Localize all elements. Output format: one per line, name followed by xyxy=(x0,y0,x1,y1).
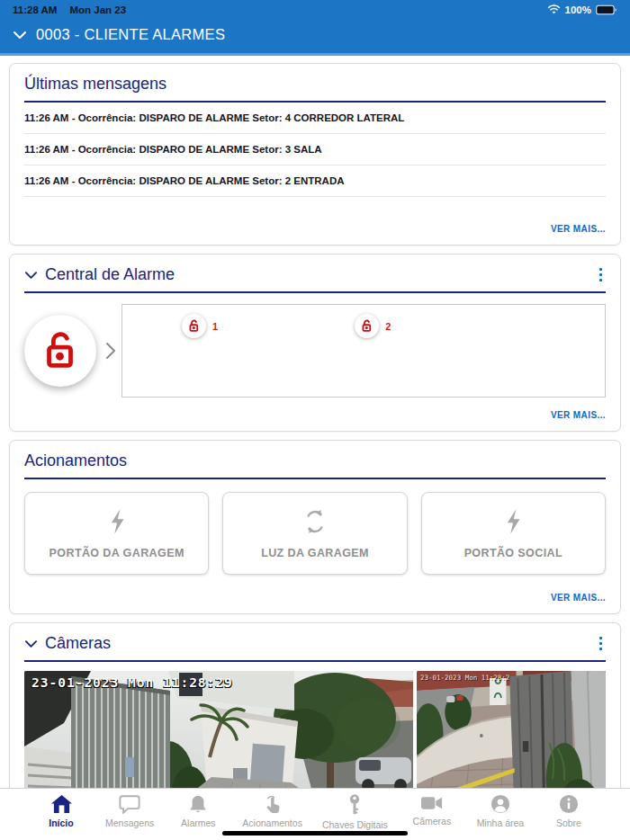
alarm-zone-2[interactable]: 2 xyxy=(355,314,391,338)
battery-icon xyxy=(596,4,617,15)
messages-card-header: Últimas mensagens xyxy=(24,75,606,103)
central-alarm-title: Central de Alarme xyxy=(45,265,589,284)
info-circle-icon xyxy=(559,794,579,814)
tab-chaves-digitais[interactable]: Chaves Digitais xyxy=(322,794,388,830)
alarm-zones-panel: 1 2 xyxy=(122,304,606,398)
action-button-portao-social[interactable]: PORTÃO SOCIAL xyxy=(421,492,606,575)
camera-feed-2[interactable]: 23-01-2023 Mon 11:28:2 Balcao Arruda - N… xyxy=(417,671,606,788)
content-area: Últimas mensagens 11:26 AM - Ocorrência:… xyxy=(0,56,630,788)
tab-acionamentos[interactable]: Acionamentos xyxy=(242,794,302,828)
app-header: 0003 - CLIENTE ALARMES xyxy=(0,20,630,53)
central-alarm-menu-icon[interactable] xyxy=(596,266,607,284)
tab-sobre[interactable]: Sobre xyxy=(544,794,593,828)
actions-card-header: Acionamentos xyxy=(24,451,606,479)
tab-mensagens[interactable]: Mensagens xyxy=(105,794,154,828)
action-label: LUZ DA GARAGEM xyxy=(261,547,369,559)
status-left: 11:28 AM Mon Jan 23 xyxy=(13,4,126,15)
header-chevron-down-icon[interactable] xyxy=(13,31,27,40)
tab-label: Alarmes xyxy=(181,818,216,828)
action-label: PORTÃO DA GARAGEM xyxy=(50,547,184,559)
status-time: 11:28 AM xyxy=(13,4,57,15)
actions-card-title: Acionamentos xyxy=(24,451,606,470)
cameras-collapse-chevron-icon[interactable] xyxy=(24,639,38,648)
camera-timestamp-overlay: 23-01-2023 Mon 11:28:2 xyxy=(420,674,509,682)
action-label: PORTÃO SOCIAL xyxy=(464,547,562,559)
actions-card: Acionamentos PORTÃO DA GARAGEM xyxy=(9,440,621,614)
zone-number: 2 xyxy=(385,321,391,332)
action-button-luz-garagem[interactable]: LUZ DA GARAGEM xyxy=(222,492,407,575)
lightning-icon xyxy=(501,508,525,535)
video-camera-icon xyxy=(420,794,443,812)
cameras-menu-icon[interactable] xyxy=(596,635,607,653)
actions-see-more-link[interactable]: VER MAIS... xyxy=(24,589,606,604)
camera-feed-1[interactable]: 23-01-2023 Mon 11:28:29 xyxy=(24,671,413,788)
messages-card: Últimas mensagens 11:26 AM - Ocorrência:… xyxy=(9,63,621,246)
zone-number: 1 xyxy=(212,321,218,332)
battery-percent: 100% xyxy=(565,4,591,15)
central-see-more-link[interactable]: VER MAIS... xyxy=(24,407,606,422)
tab-label: Acionamentos xyxy=(242,818,302,828)
camera-timestamp-overlay: 23-01-2023 Mon 11:28:29 xyxy=(32,675,233,690)
messages-spacer xyxy=(24,197,606,220)
chat-bubble-icon xyxy=(119,794,140,814)
tab-alarmes[interactable]: Alarmes xyxy=(174,794,222,828)
cameras-card-title: Câmeras xyxy=(45,634,589,653)
tab-label: Câmeras xyxy=(413,816,452,827)
chevron-right-icon[interactable] xyxy=(105,342,116,360)
message-row[interactable]: 11:26 AM - Ocorrência: DISPARO DE ALARME… xyxy=(24,165,606,197)
camera-2-image xyxy=(417,671,606,788)
wifi-icon xyxy=(547,4,561,15)
actions-row: PORTÃO DA GARAGEM LUZ DA GARAGEM xyxy=(24,492,606,575)
tab-minha-area[interactable]: Minha área xyxy=(476,794,525,828)
tab-label: Chaves Digitais xyxy=(322,819,388,830)
cameras-card: Câmeras xyxy=(9,622,621,788)
tap-hand-icon xyxy=(262,794,283,814)
tab-cameras[interactable]: Câmeras xyxy=(408,794,456,827)
camera-feeds-row: 23-01-2023 Mon 11:28:29 xyxy=(24,671,606,788)
action-button-portao-garagem[interactable]: PORTÃO DA GARAGEM xyxy=(24,492,209,575)
central-collapse-chevron-icon[interactable] xyxy=(24,271,38,280)
tab-label: Minha área xyxy=(477,818,525,828)
alarm-zone-1[interactable]: 1 xyxy=(182,314,218,338)
home-icon xyxy=(50,794,73,814)
messages-card-title: Últimas mensagens xyxy=(24,75,606,94)
top-bar: 11:28 AM Mon Jan 23 100% 0003 - CLIENTE … xyxy=(0,0,630,56)
message-row[interactable]: 11:26 AM - Ocorrência: DISPARO DE ALARME… xyxy=(24,103,606,134)
open-padlock-icon xyxy=(40,330,81,371)
home-indicator[interactable] xyxy=(222,831,408,836)
app-screen: 11:28 AM Mon Jan 23 100% 0003 - CLIENTE … xyxy=(0,0,630,840)
status-date: Mon Jan 23 xyxy=(69,4,126,15)
zone-padlock-icon xyxy=(355,314,379,338)
central-alarm-body: 1 2 xyxy=(24,304,606,398)
messages-see-more-link[interactable]: VER MAIS... xyxy=(24,220,606,236)
bell-icon xyxy=(188,794,208,814)
status-right: 100% xyxy=(547,4,617,15)
tab-label: Mensagens xyxy=(105,818,154,828)
central-alarm-header: Central de Alarme xyxy=(24,265,606,293)
message-row[interactable]: 11:26 AM - Ocorrência: DISPARO DE ALARME… xyxy=(24,134,606,165)
tab-label: Sobre xyxy=(556,818,581,828)
key-icon xyxy=(348,794,361,816)
zone-padlock-icon xyxy=(182,314,206,338)
refresh-icon xyxy=(303,508,327,535)
lightning-icon xyxy=(105,508,129,535)
bottom-tab-bar: Início Mensagens Alarmes Acionamentos xyxy=(0,788,630,840)
user-circle-icon xyxy=(490,794,510,814)
tab-label: Início xyxy=(49,818,73,828)
alarm-status-button[interactable] xyxy=(24,315,96,387)
tab-inicio[interactable]: Início xyxy=(37,794,86,828)
central-alarm-card: Central de Alarme xyxy=(9,254,621,432)
cameras-card-header: Câmeras xyxy=(24,634,606,662)
status-bar: 11:28 AM Mon Jan 23 100% xyxy=(0,0,630,20)
page-title[interactable]: 0003 - CLIENTE ALARMES xyxy=(36,26,225,43)
